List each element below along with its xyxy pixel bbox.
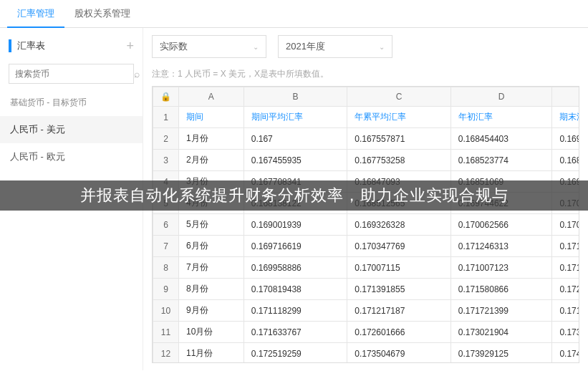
overlay-banner: 并报表自动化系统提升财务分析效率，助力企业实现合规与: [0, 180, 588, 211]
table-cell[interactable]: 0.171633767: [244, 322, 347, 343]
table-cell[interactable]: 7月份: [179, 257, 244, 279]
table-row[interactable]: 87月份0.1699588860.170071150.1710071230.17…: [153, 257, 580, 279]
column-header[interactable]: 年初汇率: [450, 107, 552, 128]
row-number: 11: [153, 322, 179, 343]
table-row[interactable]: 21月份0.1670.1675578710.1684544030.1691622…: [153, 128, 580, 150]
period-select[interactable]: 2021年度 ⌄: [278, 35, 392, 58]
sidebar-item[interactable]: 人民币 - 美元: [0, 116, 143, 143]
tab-equity-mgmt[interactable]: 股权关系管理: [64, 0, 140, 27]
table-cell[interactable]: 10月份: [179, 322, 244, 343]
table-cell[interactable]: 0.171721399: [450, 300, 552, 322]
table-row[interactable]: 65月份0.1690019390.1693263280.1700625660.1…: [153, 214, 580, 236]
table-cell[interactable]: 0.170347769: [347, 236, 451, 257]
table-cell[interactable]: 0.168454403: [450, 128, 552, 150]
row-number: 6: [153, 214, 179, 236]
note-text: 注意：1 人民币 = X 美元，X是表中所填数值。: [152, 68, 579, 80]
add-rate-button[interactable]: +: [126, 39, 134, 52]
table-row[interactable]: 32月份0.1674559350.1677532580.1685237740.1…: [153, 150, 580, 171]
table-cell[interactable]: 0.171580866: [450, 279, 552, 300]
column-header[interactable]: 期末汇率: [552, 107, 579, 128]
table-row[interactable]: 76月份0.1697166190.1703477690.1712463130.1…: [153, 236, 580, 257]
sidebar-title: 汇率表: [17, 39, 45, 52]
table-cell[interactable]: 0.171850842: [552, 300, 579, 322]
table-cell[interactable]: 6月份: [179, 236, 244, 257]
period-select-value: 2021年度: [286, 40, 325, 53]
tab-rate-mgmt[interactable]: 汇率管理: [7, 0, 64, 27]
table-cell[interactable]: 0.171246313: [450, 236, 552, 257]
accent-bar: [9, 39, 11, 52]
table-cell[interactable]: 0.169001939: [244, 214, 347, 236]
table-cell[interactable]: 0.169958886: [244, 257, 347, 279]
column-header[interactable]: 期间: [179, 107, 244, 128]
table-cell[interactable]: 0.169162272: [552, 128, 579, 150]
measure-select-value: 实际数: [160, 40, 188, 53]
row-number: 7: [153, 236, 179, 257]
table-cell[interactable]: 0.171530856: [552, 257, 579, 279]
table-cell[interactable]: 0.172601666: [347, 322, 451, 343]
table-cell[interactable]: 0.173021904: [450, 322, 552, 343]
table-cell[interactable]: 0.173929125: [450, 343, 552, 364]
table-cell[interactable]: 2月份: [179, 150, 244, 171]
table-cell[interactable]: 0.169326328: [347, 214, 451, 236]
lock-icon: 🔒: [153, 87, 179, 107]
rate-table-wrap[interactable]: 🔒ABCDE 1期间期间平均汇率年累平均汇率年初汇率期末汇率21月份0.1670…: [152, 86, 579, 363]
table-cell[interactable]: 0.170062566: [450, 214, 552, 236]
table-row[interactable]: 109月份0.1711182990.1712171870.1717213990.…: [153, 300, 580, 322]
column-letter: A: [179, 87, 244, 107]
table-cell[interactable]: 0.173563047: [552, 322, 579, 343]
search-input[interactable]: [9, 64, 128, 83]
table-cell[interactable]: 1月份: [179, 128, 244, 150]
table-cell[interactable]: 0.171444219: [552, 236, 579, 257]
table-cell[interactable]: 0.17007115: [347, 257, 451, 279]
table-cell[interactable]: 0.167753258: [347, 150, 451, 171]
table-cell[interactable]: 0.173504679: [347, 343, 451, 364]
table-cell[interactable]: 5月份: [179, 214, 244, 236]
rate-table: 🔒ABCDE 1期间期间平均汇率年累平均汇率年初汇率期末汇率21月份0.1670…: [153, 87, 579, 363]
table-cell[interactable]: 0.171217187: [347, 300, 451, 322]
table-cell[interactable]: 0.171391855: [347, 279, 451, 300]
table-cell[interactable]: 0.171007123: [450, 257, 552, 279]
row-number: 10: [153, 300, 179, 322]
table-cell[interactable]: 0.167557871: [347, 128, 451, 150]
table-cell[interactable]: 0.171118299: [244, 300, 347, 322]
row-number: 3: [153, 150, 179, 171]
table-row[interactable]: 98月份0.1708194380.1713918550.1715808660.1…: [153, 279, 580, 300]
chevron-down-icon: ⌄: [379, 43, 385, 51]
table-cell[interactable]: 0.172519259: [244, 343, 347, 364]
row-number: 8: [153, 257, 179, 279]
table-row[interactable]: 1211月份0.1725192590.1735046790.1739291250…: [153, 343, 580, 364]
column-header[interactable]: 期间平均汇率: [244, 107, 347, 128]
table-cell[interactable]: 0.170752164: [552, 214, 579, 236]
sidebar-item[interactable]: 人民币 - 欧元: [0, 143, 143, 170]
column-letter: D: [450, 87, 552, 107]
column-letter: E: [552, 87, 579, 107]
row-number: 2: [153, 128, 179, 150]
column-letter: B: [244, 87, 347, 107]
table-cell[interactable]: 11月份: [179, 343, 244, 364]
table-cell[interactable]: 0.169716619: [244, 236, 347, 257]
table-cell[interactable]: 0.168523774: [450, 150, 552, 171]
chevron-down-icon: ⌄: [253, 43, 259, 51]
column-letter: C: [347, 87, 451, 107]
row-number: 9: [153, 279, 179, 300]
table-cell[interactable]: 0.170819438: [244, 279, 347, 300]
measure-select[interactable]: 实际数 ⌄: [152, 35, 266, 58]
sidebar-subheading: 基础货币 - 目标货币: [0, 90, 143, 116]
column-header[interactable]: 年累平均汇率: [347, 107, 451, 128]
table-cell[interactable]: 0.167455935: [244, 150, 347, 171]
table-cell[interactable]: 0.167: [244, 128, 347, 150]
table-cell[interactable]: 0.168529629: [552, 150, 579, 171]
table-cell[interactable]: 8月份: [179, 279, 244, 300]
row-number: 12: [153, 343, 179, 364]
table-row[interactable]: 1110月份0.1716337670.1726016660.1730219040…: [153, 322, 580, 343]
row-number: 1: [153, 107, 179, 128]
table-cell[interactable]: 0.172255648: [552, 279, 579, 300]
table-cell[interactable]: 0.174765459: [552, 343, 579, 364]
table-cell[interactable]: 9月份: [179, 300, 244, 322]
